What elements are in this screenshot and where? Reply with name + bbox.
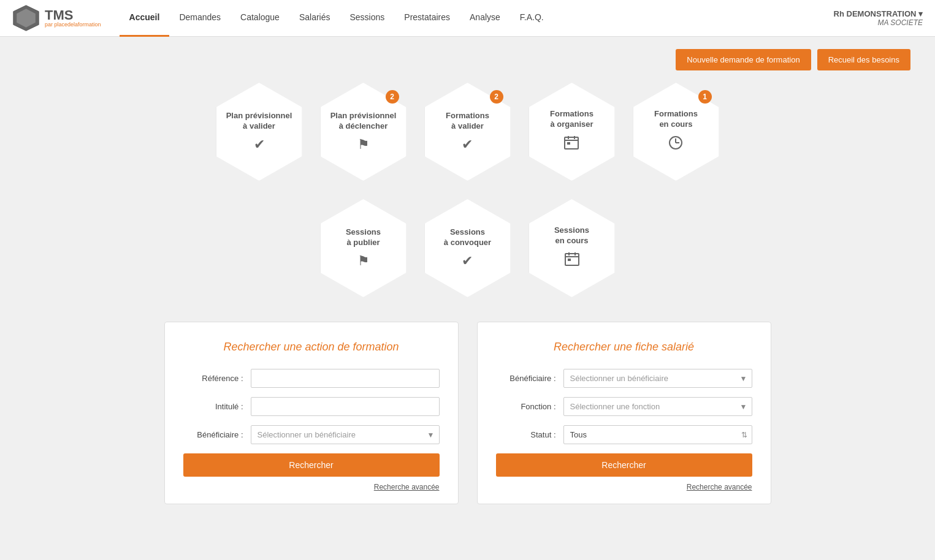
nav-prestataires[interactable]: Prestataires xyxy=(394,0,460,37)
beneficiaire2-select-wrap: Sélectionner un bénéficiaire ▼ xyxy=(563,369,752,388)
logo-icon xyxy=(12,4,40,32)
formations-en-cours[interactable]: 1 Formationsen cours xyxy=(627,77,725,187)
advanced-link-formation-anchor[interactable]: Recherche avancée xyxy=(374,483,440,491)
clock-icon xyxy=(654,135,698,154)
badge-formations-valider: 2 xyxy=(490,90,503,104)
nav-sessions[interactable]: Sessions xyxy=(340,0,395,37)
calendar2-icon xyxy=(554,251,589,271)
check-icon: ✔ xyxy=(446,137,489,153)
intitule-row: Intitulé : xyxy=(183,397,440,416)
search-formation-button[interactable]: Rechercher xyxy=(183,453,440,477)
advanced-link-salarie-anchor[interactable]: Recherche avancée xyxy=(687,483,752,491)
needs-button[interactable]: Recueil des besoins xyxy=(817,49,910,70)
beneficiaire2-row: Bénéficiaire : Sélectionner un bénéficia… xyxy=(496,369,752,388)
intitule-input[interactable] xyxy=(251,397,440,416)
fonction-row: Fonction : Sélectionner une fonction ▼ xyxy=(496,397,752,416)
svg-rect-10 xyxy=(565,254,579,265)
beneficiaire2-label: Bénéficiaire : xyxy=(496,374,563,383)
beneficiaire-select-wrap: Sélectionner un bénéficiaire ▼ xyxy=(251,425,440,444)
nav-catalogue[interactable]: Catalogue xyxy=(231,0,289,37)
nav-salaries[interactable]: Salariés xyxy=(289,0,340,37)
sessions-publier[interactable]: Sessionsà publier ⚑ xyxy=(315,193,413,303)
nav-links: Accueil Demandes Catalogue Salariés Sess… xyxy=(120,0,834,37)
nav-faq[interactable]: F.A.Q. xyxy=(510,0,554,37)
top-buttons: Nouvelle demande de formation Recueil de… xyxy=(25,49,910,70)
nav-analyse[interactable]: Analyse xyxy=(460,0,510,37)
svg-rect-2 xyxy=(565,137,578,149)
plan-previsionnel-declencher[interactable]: 2 Plan prévisionnelà déclencher ⚑ xyxy=(315,77,413,187)
svg-rect-6 xyxy=(567,142,570,145)
beneficiaire-row: Bénéficiaire : Sélectionner un bénéficia… xyxy=(183,425,440,444)
svg-rect-14 xyxy=(568,259,571,261)
logo[interactable]: TMS par placedelaformation xyxy=(12,4,101,32)
logo-subtitle: par placedelaformation xyxy=(45,22,101,28)
advanced-link-salarie: Recherche avancée xyxy=(496,483,752,491)
sessions-en-cours[interactable]: Sessionsen cours xyxy=(523,193,621,303)
flag-icon: ⚑ xyxy=(330,137,397,153)
reference-row: Référence : xyxy=(183,369,440,388)
formations-organiser[interactable]: Formationsà organiser xyxy=(523,77,621,187)
badge-declencher: 2 xyxy=(386,90,399,104)
intitule-label: Intitulé : xyxy=(183,402,251,411)
logo-tms: TMS xyxy=(45,9,101,22)
fonction-label: Fonction : xyxy=(496,402,563,411)
beneficiaire-select[interactable]: Sélectionner un bénéficiaire xyxy=(251,425,440,444)
hex-row-2: Sessionsà publier ⚑ Sessionsà convoquer … xyxy=(315,193,621,303)
fonction-select[interactable]: Sélectionner une fonction xyxy=(563,397,752,416)
flag2-icon: ⚑ xyxy=(346,253,381,269)
statut-row: Statut : Tous Actif Inactif ⇅ xyxy=(496,425,752,444)
new-demand-button[interactable]: Nouvelle demande de formation xyxy=(676,49,811,70)
reference-input[interactable] xyxy=(251,369,440,388)
search-formation-card: Rechercher une action de formation Référ… xyxy=(164,322,459,504)
hex-row-1: Plan prévisionnelà valider ✔ 2 Plan prév… xyxy=(210,77,725,187)
nav-demandes[interactable]: Demandes xyxy=(169,0,231,37)
badge-formations-cours: 1 xyxy=(698,90,712,104)
plan-previsionnel-valider[interactable]: Plan prévisionnelà valider ✔ xyxy=(210,77,308,187)
main-content: Nouvelle demande de formation Recueil de… xyxy=(0,37,935,516)
search-section: Rechercher une action de formation Référ… xyxy=(25,322,910,504)
search-salarie-card: Rechercher une fiche salarié Bénéficiair… xyxy=(477,322,771,504)
search-formation-title: Rechercher une action de formation xyxy=(183,341,440,354)
sessions-convoquer[interactable]: Sessionsà convoquer ✔ xyxy=(419,193,517,303)
user-area[interactable]: Rh DEMONSTRATION ▾ MA SOCIETE xyxy=(834,9,923,27)
fonction-select-wrap: Sélectionner une fonction ▼ xyxy=(563,397,752,416)
checkmark-icon: ✔ xyxy=(226,137,292,153)
user-company: MA SOCIETE xyxy=(834,18,923,27)
beneficiaire2-select[interactable]: Sélectionner un bénéficiaire xyxy=(563,369,752,388)
hex-grid: Plan prévisionnelà valider ✔ 2 Plan prév… xyxy=(25,83,910,297)
beneficiaire-label: Bénéficiaire : xyxy=(183,430,251,439)
search-salarie-button[interactable]: Rechercher xyxy=(496,453,752,477)
calendar-icon xyxy=(550,135,593,154)
reference-label: Référence : xyxy=(183,374,251,383)
search-salarie-title: Rechercher une fiche salarié xyxy=(496,341,752,354)
formations-valider[interactable]: 2 Formationsà valider ✔ xyxy=(419,77,517,187)
check2-icon: ✔ xyxy=(444,253,491,269)
statut-label: Statut : xyxy=(496,430,563,439)
statut-select-wrap: Tous Actif Inactif ⇅ xyxy=(563,425,752,444)
navbar: TMS par placedelaformation Accueil Deman… xyxy=(0,0,935,37)
user-name: Rh DEMONSTRATION ▾ xyxy=(834,9,923,18)
statut-select[interactable]: Tous Actif Inactif xyxy=(563,425,752,444)
advanced-link-formation: Recherche avancée xyxy=(183,483,440,491)
nav-accueil[interactable]: Accueil xyxy=(120,0,170,37)
